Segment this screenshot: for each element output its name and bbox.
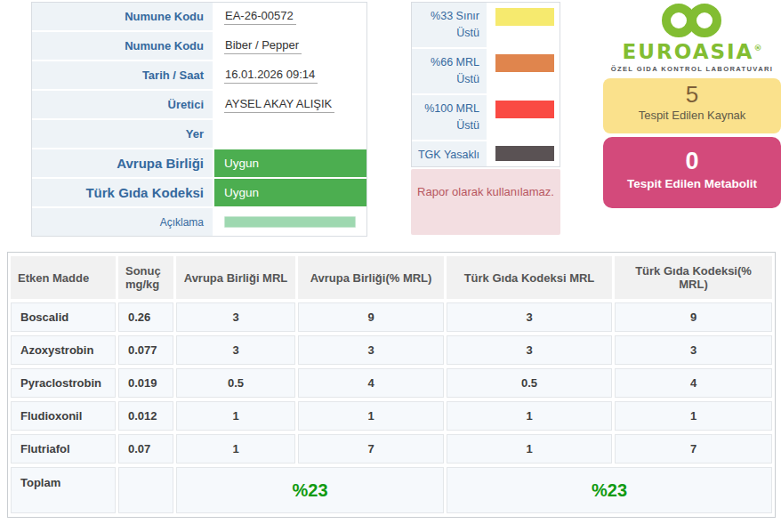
results-table: Etken Madde Sonuç mg/kg Avrupa Birliği M… <box>8 253 775 517</box>
sample-code-value[interactable]: EA-26-00572 <box>224 8 296 25</box>
brand-tagline: ÖZEL GIDA KONTROL LABORATUVARI <box>603 65 781 73</box>
table-row: Fludioxonil 0.012 1 1 1 1 <box>11 401 772 431</box>
eu-pct-value: 1 <box>298 401 444 431</box>
info-row-eu-status: Avrupa Birliği Uygun <box>32 149 366 177</box>
substance-name: Fludioxonil <box>11 401 116 431</box>
report-disclaimer-note: Rapor olarak kullanılamaz. <box>411 169 560 235</box>
eu-pct-value: 4 <box>298 368 444 398</box>
place-label: Yer <box>32 120 213 148</box>
total-empty-cell <box>118 467 173 513</box>
sample-name-value[interactable]: Biber / Pepper <box>224 37 302 54</box>
eu-status-label: Avrupa Birliği <box>32 149 213 177</box>
info-row-description: Açıklama <box>32 208 366 236</box>
col-header-eu-mrl: Avrupa Birliği MRL <box>176 256 295 299</box>
legend-label-100: %100 MRL Üstü <box>412 95 487 140</box>
place-value[interactable] <box>224 133 228 135</box>
detected-metabolite-label: Tespit Edilen Metabolit <box>603 177 781 190</box>
legend-label-66: %66 MRL Üstü <box>412 49 487 93</box>
legend-row-33: %33 Sınır Üstü <box>412 3 560 47</box>
col-header-eu-pct-mrl: Avrupa Birliği(% MRL) <box>298 256 444 299</box>
eu-pct-value: 9 <box>298 302 444 332</box>
results-table-container: Etken Madde Sonuç mg/kg Avrupa Birliği M… <box>7 252 776 518</box>
substance-name: Boscalid <box>11 302 116 332</box>
euroasia-logo: EUROASIA® ÖZEL GIDA KONTROL LABORATUVARI <box>603 0 781 73</box>
tgk-pct-value: 3 <box>615 335 772 365</box>
tgk-pct-value: 1 <box>615 401 772 431</box>
producer-value[interactable]: AYSEL AKAY ALIŞIK <box>224 96 334 113</box>
mrl-legend-panel: %33 Sınır Üstü %66 MRL Üstü %100 MRL Üst… <box>411 2 560 167</box>
total-row: Toplam %23 %23 <box>11 467 772 513</box>
table-row: Flutriafol 0.07 1 7 1 7 <box>11 434 772 463</box>
producer-label: Üretici <box>32 91 213 118</box>
brand-name: EUROASIA <box>623 40 754 63</box>
result-value: 0.07 <box>118 434 173 463</box>
place-field[interactable] <box>214 120 366 148</box>
legend-row-tgk-banned: TGK Yasaklı <box>412 141 560 166</box>
result-value: 0.012 <box>118 401 173 431</box>
eu-mrl-value: 0.5 <box>176 368 295 398</box>
legend-swatch-cell <box>488 3 560 47</box>
substance-name: Azoxystrobin <box>11 335 116 365</box>
eu-total-percent: %23 <box>176 467 444 513</box>
tgk-status-value: Uygun <box>224 186 259 199</box>
sample-name-field[interactable]: Biber / Pepper <box>214 32 366 60</box>
result-value: 0.26 <box>118 302 173 332</box>
substance-name: Pyraclostrobin <box>11 368 116 398</box>
detected-source-card: 5 Tespit Edilen Kaynak <box>603 78 781 133</box>
description-label: Açıklama <box>32 208 213 236</box>
datetime-field[interactable]: 16.01.2026 09:14 <box>214 61 366 89</box>
legend-row-66: %66 MRL Üstü <box>412 49 560 93</box>
eu-mrl-value: 1 <box>176 401 295 431</box>
lab-report-page: Numune Kodu EA-26-00572 Numune Kodu Bibe… <box>0 0 781 532</box>
tgk-mrl-value: 3 <box>447 335 612 365</box>
legend-label-tgk-banned: TGK Yasaklı <box>412 141 487 166</box>
tgk-pct-value: 4 <box>615 368 772 398</box>
description-field[interactable] <box>214 208 366 236</box>
legend-label-33: %33 Sınır Üstü <box>412 3 487 47</box>
tgk-mrl-value: 1 <box>447 434 612 463</box>
description-color-bar <box>224 216 356 228</box>
eu-pct-value: 7 <box>298 434 444 463</box>
sample-info-panel: Numune Kodu EA-26-00572 Numune Kodu Bibe… <box>31 2 367 237</box>
producer-field[interactable]: AYSEL AKAY ALIŞIK <box>214 91 366 118</box>
col-header-result: Sonuç mg/kg <box>118 256 173 299</box>
legend-swatch-cell <box>488 49 560 93</box>
red-swatch-icon <box>495 101 554 118</box>
detected-source-label: Tespit Edilen Kaynak <box>603 109 781 122</box>
table-row: Boscalid 0.26 3 9 3 9 <box>11 302 772 332</box>
sample-name-label: Numune Kodu <box>32 32 213 60</box>
tgk-mrl-value: 3 <box>447 302 612 332</box>
brand-wordmark: EUROASIA® <box>603 42 781 62</box>
legend-row-100: %100 MRL Üstü <box>412 95 560 140</box>
results-header-row: Etken Madde Sonuç mg/kg Avrupa Birliği M… <box>11 256 772 299</box>
tgk-mrl-value: 0.5 <box>447 368 612 398</box>
info-row-tgk-status: Türk Gıda Kodeksi Uygun <box>32 179 366 206</box>
detected-metabolite-count: 0 <box>603 137 781 175</box>
tgk-pct-value: 7 <box>615 434 772 463</box>
yellow-swatch-icon <box>495 8 554 26</box>
detected-source-count: 5 <box>603 78 781 109</box>
datetime-label: Tarih / Saat <box>32 61 213 89</box>
table-row: Pyraclostrobin 0.019 0.5 4 0.5 4 <box>11 368 772 398</box>
legend-swatch-cell <box>488 95 560 140</box>
infinity-icon <box>649 0 735 41</box>
result-value: 0.077 <box>118 335 173 365</box>
info-row-sample-name: Numune Kodu Biber / Pepper <box>32 32 366 60</box>
info-row-producer: Üretici AYSEL AKAY ALIŞIK <box>32 91 366 118</box>
col-header-active-substance: Etken Madde <box>11 256 116 299</box>
result-value: 0.019 <box>118 368 173 398</box>
tgk-pct-value: 9 <box>615 302 772 332</box>
tgk-total-percent: %23 <box>447 467 772 513</box>
info-row-place: Yer <box>32 120 366 148</box>
table-row: Azoxystrobin 0.077 3 3 3 3 <box>11 335 772 365</box>
info-row-sample-code: Numune Kodu EA-26-00572 <box>32 3 366 30</box>
tgk-status-label: Türk Gıda Kodeksi <box>32 179 213 206</box>
eu-pct-value: 3 <box>298 335 444 365</box>
orange-swatch-icon <box>495 54 554 72</box>
eu-status-badge: Uygun <box>214 149 366 177</box>
tgk-status-badge: Uygun <box>214 179 366 206</box>
sample-code-field[interactable]: EA-26-00572 <box>214 3 366 30</box>
datetime-value[interactable]: 16.01.2026 09:14 <box>224 67 318 84</box>
sample-code-label: Numune Kodu <box>32 3 213 30</box>
eu-status-value: Uygun <box>224 157 259 170</box>
